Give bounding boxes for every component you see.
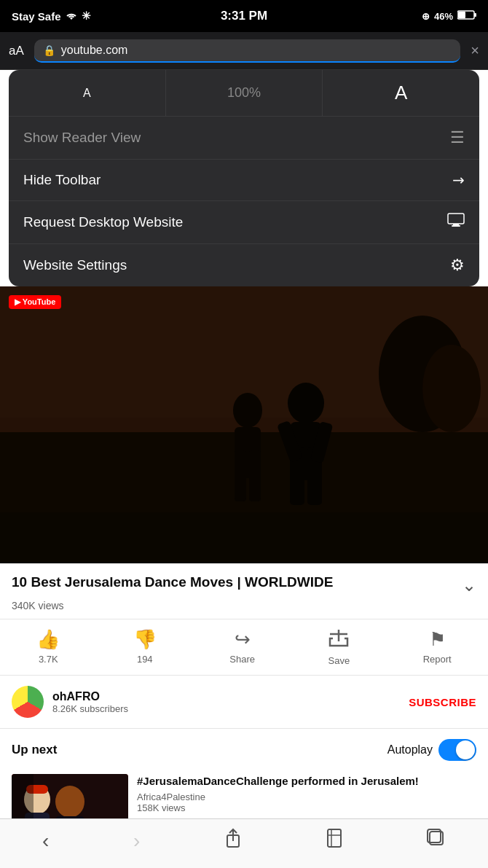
toggle-thumb <box>456 740 475 759</box>
share-button[interactable]: ↪ Share <box>229 628 255 666</box>
location-icon: ⊕ <box>422 11 430 22</box>
svg-rect-2 <box>458 12 465 18</box>
report-label: Report <box>423 654 452 665</box>
video-title-row: 10 Best Jerusalema Dance Moves | WORLDWI… <box>12 574 476 595</box>
increase-font-button[interactable]: A <box>323 70 479 116</box>
reader-view-icon: ☰ <box>450 128 465 147</box>
forward-button[interactable]: › <box>133 829 140 853</box>
svg-rect-4 <box>453 224 459 225</box>
svg-point-10 <box>422 345 481 432</box>
like-icon: 👍 <box>36 628 60 651</box>
video-scene <box>0 286 488 563</box>
status-right: ⊕ 46% <box>422 10 476 22</box>
decrease-font-button[interactable]: A <box>9 70 166 116</box>
like-button[interactable]: 👍 3.7K <box>36 628 60 666</box>
battery-text: 46% <box>434 11 453 22</box>
dislike-button[interactable]: 👎 194 <box>133 628 157 666</box>
hide-toolbar-item[interactable]: Hide Toolbar ↗ <box>9 160 479 201</box>
video-info-section: 10 Best Jerusalema Dance Moves | WORLDWI… <box>0 563 488 619</box>
share-page-button[interactable] <box>224 828 242 853</box>
svg-rect-3 <box>448 214 464 224</box>
up-next-header: Up next Autoplay <box>0 729 488 768</box>
svg-rect-20 <box>249 450 261 501</box>
bookmarks-button[interactable] <box>326 828 342 853</box>
svg-rect-19 <box>235 450 246 501</box>
action-bar: 👍 3.7K 👎 194 ↪ Share Save ⚑ Report <box>0 619 488 676</box>
channel-name[interactable]: ohAFRO <box>52 690 409 703</box>
hide-toolbar-icon: ↗ <box>448 170 469 191</box>
url-text: youtube.com <box>61 44 128 57</box>
close-tab-button[interactable]: × <box>471 42 479 59</box>
video-views: 340K views <box>12 600 476 611</box>
wifi-icon <box>66 10 77 23</box>
request-desktop-item[interactable]: Request Desktop Website <box>9 201 479 244</box>
youtube-logo: ▶ YouTube <box>9 295 61 309</box>
save-button[interactable]: Save <box>328 628 350 666</box>
back-button[interactable]: ‹ <box>42 829 49 853</box>
svg-rect-5 <box>452 225 460 227</box>
autoplay-toggle[interactable] <box>438 739 476 761</box>
show-reader-view-label: Show Reader View <box>23 130 141 146</box>
report-icon: ⚑ <box>429 628 446 651</box>
svg-rect-33 <box>328 829 341 847</box>
svg-point-11 <box>288 383 324 423</box>
rec-video-title: #JerusalemaDanceChallenge performed in J… <box>137 774 476 789</box>
desktop-icon <box>447 213 465 232</box>
status-bar: Stay Safe ✳ 3:31 PM ⊕ 46% <box>0 0 488 32</box>
dislike-icon: 👎 <box>133 628 157 651</box>
request-desktop-label: Request Desktop Website <box>23 214 183 230</box>
brightness-icon: ✳ <box>82 9 91 23</box>
save-icon <box>328 628 349 652</box>
status-left: Stay Safe ✳ <box>12 9 91 23</box>
browser-bar: aA 🔒 youtube.com × <box>0 32 488 70</box>
report-button[interactable]: ⚑ Report <box>423 628 452 666</box>
svg-rect-21 <box>0 512 488 563</box>
video-player[interactable]: ▶ YouTube <box>0 286 488 563</box>
tabs-button[interactable] <box>427 829 446 853</box>
autoplay-label: Autoplay <box>387 743 433 756</box>
rec-channel-name: Africa4Palestine <box>137 791 476 802</box>
carrier-text: Stay Safe <box>12 10 61 23</box>
channel-avatar[interactable] <box>12 686 44 718</box>
website-settings-item[interactable]: Website Settings ⚙ <box>9 244 479 286</box>
svg-rect-1 <box>474 13 476 17</box>
channel-subscribers: 8.26K subscribers <box>52 703 409 714</box>
channel-info: ohAFRO 8.26K subscribers <box>52 690 409 714</box>
subscribe-button[interactable]: SUBSCRIBE <box>409 696 476 708</box>
channel-section: ohAFRO 8.26K subscribers SUBSCRIBE <box>0 676 488 729</box>
settings-icon: ⚙ <box>450 256 465 275</box>
show-reader-view-item[interactable]: Show Reader View ☰ <box>9 117 479 160</box>
up-next-label: Up next <box>12 743 57 757</box>
svg-point-28 <box>55 786 84 818</box>
website-settings-label: Website Settings <box>23 257 127 273</box>
save-label: Save <box>328 655 350 666</box>
font-percent: 100% <box>166 70 323 116</box>
battery-icon <box>457 10 476 22</box>
bottom-navigation: ‹ › <box>0 818 488 868</box>
url-bar[interactable]: 🔒 youtube.com <box>34 39 461 63</box>
autoplay-row: Autoplay <box>387 739 476 761</box>
rec-video-views: 158K views <box>137 802 476 813</box>
share-icon: ↪ <box>235 628 251 651</box>
expand-description-button[interactable]: ⌄ <box>462 575 476 595</box>
share-label: Share <box>229 654 255 665</box>
like-count: 3.7K <box>39 654 58 665</box>
dislike-count: 194 <box>137 654 153 665</box>
font-size-row: A 100% A <box>9 70 479 117</box>
text-size-menu: A 100% A Show Reader View ☰ Hide Toolbar… <box>9 70 479 286</box>
aa-button[interactable]: aA <box>9 44 24 58</box>
svg-point-17 <box>233 393 262 428</box>
lock-icon: 🔒 <box>43 44 55 56</box>
time-display: 3:31 PM <box>221 9 267 23</box>
video-background: ▶ YouTube <box>0 286 488 563</box>
video-title: 10 Best Jerusalema Dance Moves | WORLDWI… <box>12 574 454 592</box>
hide-toolbar-label: Hide Toolbar <box>23 172 101 188</box>
